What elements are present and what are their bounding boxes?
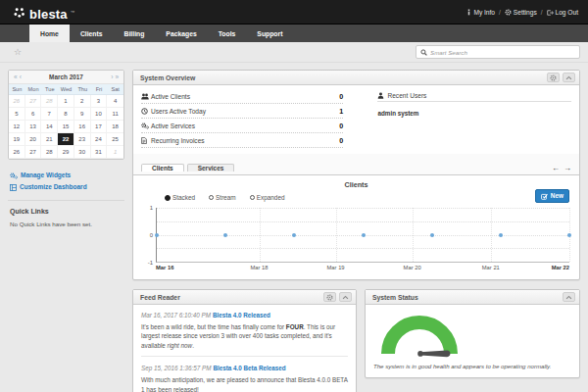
feed-entry-link[interactable]: Blesta 4.0 Beta Released [213,365,285,371]
recent-user-link[interactable]: admin system [377,110,418,117]
widget-collapse-button[interactable] [563,292,575,302]
calendar-day-selected[interactable]: 22 [58,133,74,146]
calendar-day[interactable]: 28 [41,95,58,108]
data-point[interactable] [499,233,503,237]
recent-users-title-row: Recent Users [377,89,571,102]
calendar-day[interactable]: 9 [74,108,91,121]
calendar-day[interactable]: 17 [91,121,108,133]
nav-tab-support[interactable]: Support [246,24,293,42]
calendar-day[interactable]: 14 [41,121,58,133]
data-point[interactable] [567,233,571,237]
chart-mode-stacked[interactable]: Stacked [165,194,195,201]
calendar-day[interactable]: 4 [107,95,123,108]
recent-users-title: Recent Users [387,92,426,99]
calendar-day[interactable]: 23 [74,133,91,146]
calendar-day[interactable]: 11 [107,108,123,121]
x-tick-label: Mar 21 [482,265,500,270]
stats-list: Active Clients0Users Active Today1Active… [141,89,343,148]
topbar-link-settings[interactable]: Settings [505,8,537,16]
data-point[interactable] [362,233,366,237]
calendar-day[interactable]: 28 [41,146,58,159]
sidebar-link-customize-dashboard[interactable]: Customize Dashboard [10,181,122,193]
widgets-icon [10,170,18,181]
calendar-day[interactable]: 6 [25,108,42,121]
stat-value: 0 [339,92,343,101]
widget-gear-button[interactable] [323,292,336,302]
calendar-day[interactable]: 2 [74,95,91,108]
calendar-day[interactable]: 10 [91,108,108,121]
calendar-day[interactable]: 15 [58,121,74,133]
calendar-day[interactable]: 31 [91,146,108,159]
calendar-day[interactable]: 26 [9,146,25,159]
blesta-logo[interactable]: blesta ™ [14,3,74,21]
feed-entry-link[interactable]: Blesta 4.0 Released [213,312,270,318]
calendar-day[interactable]: 19 [9,133,25,146]
topbar-link-log-out[interactable]: Log Out [547,8,578,15]
calendar-widget: « ‹ March 2017 › » SunMonTueWedThuFriSat… [8,70,124,160]
chart-mode-stream[interactable]: Stream [209,194,236,201]
overview-tab-services[interactable]: Services [187,164,235,172]
calendar-day[interactable]: 12 [9,121,25,133]
new-client-button[interactable]: New [535,189,569,203]
calendar-day[interactable]: 29 [58,146,74,159]
widget-collapse-button[interactable] [339,292,352,302]
gridline [491,208,492,262]
clients-chart: Clients StackedStreamExpanded New 10-1 [133,175,579,279]
system-status-header: System Status [366,290,579,305]
user-icon [377,91,384,99]
tab-pager: ← → [552,164,571,174]
gear-icon [505,8,512,16]
quick-links-empty-message: No Quick Links have been set. [10,220,122,227]
gridline [336,208,337,262]
dashboard-icon [10,181,17,193]
calendar-day-name: Fri [91,84,108,94]
calendar-day[interactable]: 24 [91,133,108,146]
sidebar-divider [8,200,124,201]
topbar-link-my-info[interactable]: My Info [466,8,495,16]
gear-icon [326,288,333,306]
calendar-day[interactable]: 20 [25,133,42,146]
calendar-day[interactable]: 8 [58,108,74,121]
calendar-day[interactable]: 21 [41,133,58,146]
calendar-day[interactable]: 5 [9,108,25,121]
data-point[interactable] [292,233,296,237]
calendar-day-name: Sat [107,84,123,94]
nav-tab-clients[interactable]: Clients [70,24,114,42]
calendar-day[interactable]: 27 [25,146,42,159]
nav-tab-billing[interactable]: Billing [114,24,156,42]
separator: / [541,9,543,16]
calendar-day[interactable]: 1 [58,95,74,108]
widget-collapse-button[interactable] [563,73,575,82]
calendar-next-year-button[interactable]: » [114,74,120,80]
x-axis-labels: Mar 16Mar 18Mar 19Mar 20Mar 21Mar 22 [156,265,569,272]
sidebar-link-manage-widgets[interactable]: Manage Widgets [10,170,122,181]
y-tick-label: -1 [148,260,153,266]
calendar-day[interactable]: 25 [107,133,123,146]
favorite-star-icon[interactable]: ☆ [14,48,22,57]
calendar-day[interactable]: 16 [74,121,91,133]
calendar-day[interactable]: 30 [74,146,91,159]
blesta-admin-dashboard: blesta ™ My Info/Settings/Log Out HomeCl… [0,0,588,392]
nav-tab-tools[interactable]: Tools [208,24,247,42]
data-point[interactable] [155,233,159,237]
calendar-day[interactable]: 27 [25,95,42,108]
calendar-day[interactable]: 7 [41,108,58,121]
nav-tab-home[interactable]: Home [29,24,70,42]
widget-gear-button[interactable] [547,73,560,82]
chart-mode-radios: StackedStreamExpanded [165,190,569,205]
calendar-day-names: SunMonTueWedThuFriSat [9,84,123,95]
calendar-day[interactable]: 1 [107,146,123,159]
calendar-day[interactable]: 18 [107,121,123,133]
data-point[interactable] [223,233,227,237]
search-input[interactable] [430,49,575,56]
chart-mode-expanded[interactable]: Expanded [250,194,285,201]
tab-prev-arrow[interactable]: ← [552,164,560,172]
calendar-day[interactable]: 26 [9,95,25,108]
tab-next-arrow[interactable]: → [564,164,571,172]
calendar-day[interactable]: 3 [91,95,108,108]
overview-tab-clients[interactable]: Clients [141,164,184,172]
calendar-day[interactable]: 13 [25,121,42,133]
search-box[interactable] [416,45,580,59]
nav-tab-packages[interactable]: Packages [155,24,207,42]
data-point[interactable] [430,233,434,237]
